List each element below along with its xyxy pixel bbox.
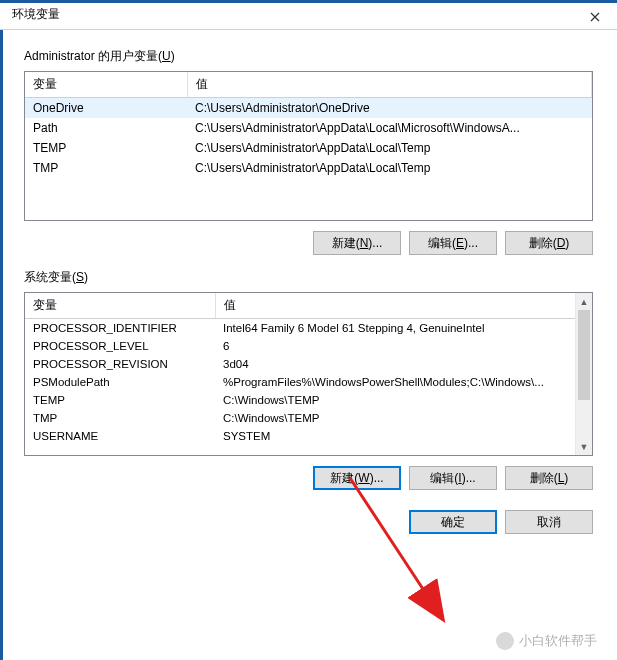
close-icon: [590, 12, 600, 22]
titlebar-accent: [0, 0, 617, 3]
watermark: 小白软件帮手: [496, 632, 597, 650]
table-row[interactable]: OneDriveC:\Users\Administrator\OneDrive: [25, 98, 592, 119]
watermark-icon: [496, 632, 514, 650]
var-value: C:\Users\Administrator\AppData\Local\Tem…: [187, 158, 592, 178]
watermark-text: 小白软件帮手: [519, 632, 597, 650]
table-row[interactable]: PROCESSOR_REVISION3d04: [25, 355, 592, 373]
var-value: C:\Users\Administrator\OneDrive: [187, 98, 592, 119]
sys-vars-table[interactable]: 变量 值 PROCESSOR_IDENTIFIERIntel64 Family …: [24, 292, 593, 456]
sys-vars-label-key: S: [76, 270, 84, 284]
var-name: Path: [25, 118, 187, 138]
user-new-button[interactable]: 新建(N)...: [313, 231, 401, 255]
user-vars-label-pre: Administrator 的用户变量(: [24, 49, 162, 63]
table-row[interactable]: PSModulePath%ProgramFiles%\WindowsPowerS…: [25, 373, 592, 391]
var-name: PROCESSOR_IDENTIFIER: [25, 319, 215, 338]
var-name: PROCESSOR_REVISION: [25, 355, 215, 373]
table-row[interactable]: USERNAMESYSTEM: [25, 427, 592, 445]
table-row[interactable]: PathC:\Users\Administrator\AppData\Local…: [25, 118, 592, 138]
sys-delete-button[interactable]: 删除(L): [505, 466, 593, 490]
scroll-up-icon[interactable]: ▲: [576, 293, 592, 310]
table-row[interactable]: TEMPC:\Windows\TEMP: [25, 391, 592, 409]
sys-col-val[interactable]: 值: [215, 293, 592, 319]
var-value: 6: [215, 337, 592, 355]
table-row[interactable]: TMPC:\Users\Administrator\AppData\Local\…: [25, 158, 592, 178]
window-title: 环境变量: [8, 6, 60, 23]
table-row[interactable]: PROCESSOR_LEVEL6: [25, 337, 592, 355]
var-name: TMP: [25, 409, 215, 427]
sys-vars-label-pre: 系统变量(: [24, 270, 76, 284]
var-value: C:\Windows\TEMP: [215, 391, 592, 409]
ok-button[interactable]: 确定: [409, 510, 497, 534]
user-delete-button[interactable]: 删除(D): [505, 231, 593, 255]
sys-new-button[interactable]: 新建(W)...: [313, 466, 401, 490]
table-row[interactable]: PROCESSOR_IDENTIFIERIntel64 Family 6 Mod…: [25, 319, 592, 338]
var-value: C:\Windows\TEMP: [215, 409, 592, 427]
user-vars-label-key: U: [162, 49, 171, 63]
user-col-var[interactable]: 变量: [25, 72, 187, 98]
var-name: TEMP: [25, 138, 187, 158]
sys-edit-button[interactable]: 编辑(I)...: [409, 466, 497, 490]
sys-scrollbar[interactable]: ▲ ▼: [575, 293, 592, 455]
var-name: USERNAME: [25, 427, 215, 445]
var-name: OneDrive: [25, 98, 187, 119]
scroll-thumb[interactable]: [578, 310, 590, 400]
var-value: 3d04: [215, 355, 592, 373]
var-value: %ProgramFiles%\WindowsPowerShell\Modules…: [215, 373, 592, 391]
titlebar: 环境变量: [0, 0, 617, 30]
user-buttons: 新建(N)... 编辑(E)... 删除(D): [24, 231, 593, 255]
var-value: C:\Users\Administrator\AppData\Local\Mic…: [187, 118, 592, 138]
var-name: TEMP: [25, 391, 215, 409]
var-value: C:\Users\Administrator\AppData\Local\Tem…: [187, 138, 592, 158]
table-row[interactable]: TEMPC:\Users\Administrator\AppData\Local…: [25, 138, 592, 158]
var-name: TMP: [25, 158, 187, 178]
scroll-down-icon[interactable]: ▼: [576, 438, 592, 455]
sys-buttons: 新建(W)... 编辑(I)... 删除(L): [24, 466, 593, 490]
left-accent: [0, 30, 3, 660]
user-vars-label-post: ): [171, 49, 175, 63]
table-row[interactable]: TMPC:\Windows\TEMP: [25, 409, 592, 427]
close-button[interactable]: [572, 3, 617, 30]
cancel-button[interactable]: 取消: [505, 510, 593, 534]
dialog-buttons: 确定 取消: [24, 510, 593, 534]
var-value: SYSTEM: [215, 427, 592, 445]
sys-vars-label: 系统变量(S): [24, 269, 593, 286]
var-name: PSModulePath: [25, 373, 215, 391]
var-name: PROCESSOR_LEVEL: [25, 337, 215, 355]
user-vars-table[interactable]: 变量 值 OneDriveC:\Users\Administrator\OneD…: [24, 71, 593, 221]
sys-col-var[interactable]: 变量: [25, 293, 215, 319]
sys-vars-label-post: ): [84, 270, 88, 284]
var-value: Intel64 Family 6 Model 61 Stepping 4, Ge…: [215, 319, 592, 338]
user-vars-label: Administrator 的用户变量(U): [24, 48, 593, 65]
user-edit-button[interactable]: 编辑(E)...: [409, 231, 497, 255]
user-col-val[interactable]: 值: [187, 72, 592, 98]
